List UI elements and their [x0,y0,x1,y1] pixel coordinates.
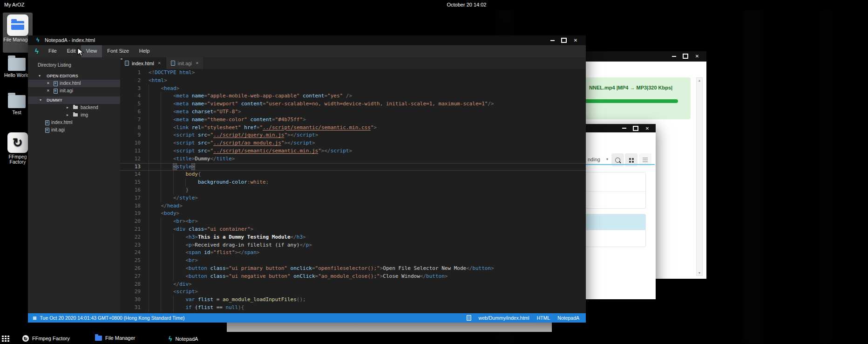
tree-item-open-init-agi[interactable]: ✕ init.agi [28,87,120,95]
editor-status-bar: ▦ Tue Oct 20 2020 14:01:43 GMT+0800 (Hon… [28,313,586,323]
directory-sidebar: Directory Listing ▾ OPEN EDITORS ✕ index… [28,57,120,313]
tree-item-open-index-html[interactable]: ✕ index.html [28,80,120,87]
grid-view-icon [629,158,631,160]
chevron-down-icon[interactable]: ▾ [606,157,608,161]
conversion-task-label: NNEL.mp4 |MP4 → MP3|320 Kbps| [589,85,672,90]
code-line[interactable]: 24<span id="flist"></span> [120,249,586,257]
code-line[interactable]: 5<meta name="viewport" content="user-sca… [120,100,586,108]
code-line[interactable]: 2<html> [120,77,586,85]
close-icon[interactable]: ✕ [158,61,161,65]
minimize-icon[interactable] [620,125,628,131]
scrollbar[interactable]: ▲ ▼ [696,77,703,276]
menu-file[interactable]: File [43,45,62,57]
code-line[interactable]: 10<script src="../script/ao_module.js"><… [120,139,586,147]
close-icon[interactable]: ✕ [572,37,579,44]
desktop-icon-label: Hello World [2,73,32,78]
system-clock: October 20 14:02 [425,2,509,7]
close-icon[interactable]: ✕ [644,125,651,131]
menu-help[interactable]: Help [134,45,155,57]
desktop-icon-hello-world[interactable]: Hello World [2,57,32,78]
status-language[interactable]: HTML [537,315,550,321]
taskbar-item-ffmpeg-factory[interactable]: ↻ FFmpeg Factory [22,335,70,342]
code-line[interactable]: 28</div> [120,281,586,289]
code-line[interactable]: 1<!DOCTYPE html> [120,69,586,77]
close-icon[interactable]: ✕ [693,53,701,60]
sort-order-label[interactable]: nding [588,157,600,162]
tree-item-file-init-agi[interactable]: init.agi [28,126,120,134]
minimize-icon[interactable] [670,53,678,60]
tree-section-dummy[interactable]: ▾ DUMMY [28,96,120,104]
close-icon[interactable]: ✕ [47,80,50,87]
code-line[interactable]: 19<body> [120,210,586,218]
maximize-icon[interactable] [632,125,639,131]
code-line[interactable]: 13<style> [120,163,586,171]
tree-section-open-editors[interactable]: ▾ OPEN EDITORS [28,72,120,80]
file-icon [45,128,49,133]
close-icon[interactable]: ✕ [47,87,50,95]
tab-index-html[interactable]: index.html ✕ [120,57,166,69]
maximize-icon[interactable] [560,37,568,44]
window-title: NotepadA - index.html [45,37,95,43]
status-file-path[interactable]: web/Dummy/index.html [479,315,529,321]
tree-item-folder-backend[interactable]: ▸ backend [28,104,120,111]
code-line[interactable]: 29<script> [120,288,586,296]
code-line[interactable]: 7<meta name="theme-color" content="#4b75… [120,116,586,124]
code-line[interactable]: 22<h3>This is a Dummy Testing Module</h3… [120,234,586,241]
code-line[interactable]: 11<script src="../script/semantic/semant… [120,147,586,155]
search-icon [615,158,620,163]
desktop-icon-test[interactable]: Test [2,94,32,115]
code-line[interactable]: 14body{ [120,171,586,179]
code-line[interactable]: 20<br><br> [120,218,586,226]
scroll-down-icon[interactable]: ▼ [698,271,701,275]
code-line[interactable]: 26<button class="ui primary button" oncl… [120,265,586,273]
taskbar-item-file-manager[interactable]: File Manager [95,335,135,341]
desktop: My ArOZ October 20 14:02 File Manager He… [0,0,868,344]
code-line[interactable]: 6<meta charset="UTF-8"> [120,108,586,116]
system-top-bar: My ArOZ October 20 14:02 [0,0,868,10]
close-icon[interactable]: ✕ [196,61,199,65]
notepada-logo-icon: ϟ [28,45,43,57]
code-line[interactable]: 12<title>Dummy</title> [120,155,586,163]
menu-font-size[interactable]: Font Size [102,45,134,57]
code-line[interactable]: 9<script src="../script/jquery.min.js"><… [120,131,586,139]
code-line[interactable]: 25<br> [120,257,586,265]
ffmpeg-recycle-icon: ↻ [7,132,28,153]
minimize-icon[interactable] [549,37,556,44]
notepada-window[interactable]: ϟ NotepadA - index.html ✕ ϟ File Edit Vi… [28,35,586,323]
code-lines: 1<!DOCTYPE html>2<html>3<head>4<meta nam… [120,69,586,312]
folder-icon [73,113,78,117]
code-line[interactable]: 27<button class="ui negative button" onC… [120,273,586,281]
maximize-icon[interactable] [682,53,689,60]
code-line[interactable]: 30var flist = ao_module_loadInputFiles()… [120,296,586,304]
tab-init-agi[interactable]: init.agi ✕ [166,57,204,69]
code-line[interactable]: 15background-color:white; [120,179,586,186]
code-line[interactable]: 18</head> [120,202,586,210]
desktop-icon-label: Test [2,110,32,115]
background-window-edge[interactable] [227,322,552,332]
code-line[interactable]: 31if (flist == null){ [120,304,586,312]
tree-trunk [820,0,832,344]
notepada-title-bar[interactable]: ϟ NotepadA - index.html ✕ [28,35,586,45]
scroll-up-icon[interactable]: ▲ [698,79,701,82]
code-line[interactable]: 4<meta name="apple-mobile-web-app-capabl… [120,92,586,100]
system-brand[interactable]: My ArOZ [4,2,24,7]
code-editor[interactable]: 1<!DOCTYPE html>2<html>3<head>4<meta nam… [120,69,586,313]
taskbar-item-notepada[interactable]: ϟ NotepadA [169,335,198,343]
tree-item-file-index-html[interactable]: index.html [28,119,120,126]
status-datetime: Tue Oct 20 2020 14:01:43 GMT+0800 (Hong … [40,315,185,321]
code-line[interactable]: 23<p>Received drag-in filelist (if any)<… [120,241,586,249]
code-line[interactable]: 17</style> [120,194,586,202]
code-line[interactable]: 3<head> [120,85,586,93]
file-icon [45,120,49,125]
app-grid-icon[interactable] [2,336,4,337]
code-line[interactable]: 8<link rel="stylesheet" href="../script/… [120,124,586,132]
editor-tab-bar: index.html ✕ init.agi ✕ [120,57,586,69]
folder-icon [95,336,102,341]
notepada-logo-icon: ϟ [36,37,39,43]
tree-item-folder-img[interactable]: ▸ img [28,111,120,119]
code-line[interactable]: 21<div class="ui container"> [120,226,586,234]
chevron-down-icon: ▾ [39,72,41,80]
file-icon [171,61,175,66]
chevron-right-icon: ▸ [67,104,68,111]
code-line[interactable]: 16} [120,186,586,194]
